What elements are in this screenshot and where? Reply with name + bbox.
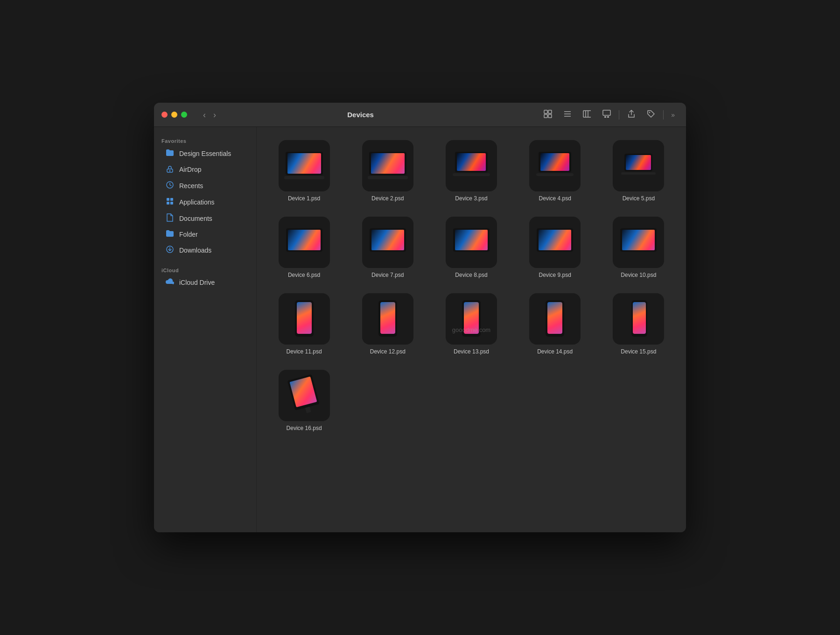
laptop-device-1-icon <box>283 150 325 182</box>
svg-rect-41 <box>285 253 324 256</box>
file-label: Device 4.psd <box>539 195 571 202</box>
file-item[interactable]: Device 6.psd <box>266 213 342 282</box>
svg-point-17 <box>169 170 171 172</box>
file-thumbnail <box>279 293 330 345</box>
file-item[interactable]: Device 8.psd <box>433 213 509 282</box>
sidebar-item-folder[interactable]: Folder <box>158 227 252 242</box>
file-area: gooodme.com <box>257 127 686 532</box>
sidebar-item-label: iCloud Drive <box>179 279 215 286</box>
file-item[interactable]: Device 11.psd <box>266 289 342 359</box>
file-label: Device 6.psd <box>288 272 320 278</box>
sidebar-item-documents[interactable]: Documents <box>158 211 252 226</box>
more-options-icon[interactable]: » <box>667 109 679 120</box>
file-item[interactable]: Device 10.psd <box>601 213 677 282</box>
folder2-icon <box>165 230 175 239</box>
file-label: Device 5.psd <box>623 195 655 202</box>
close-button[interactable] <box>161 112 168 118</box>
file-thumbnail <box>279 217 330 268</box>
folder-icon <box>165 149 175 158</box>
file-thumbnail <box>446 293 497 345</box>
svg-rect-35 <box>536 173 574 176</box>
file-thumbnail <box>446 217 497 268</box>
grid-view-icon[interactable] <box>539 107 556 122</box>
sidebar: Favorites Design Essentials A <box>154 127 257 532</box>
file-label: Device 9.psd <box>539 272 571 278</box>
laptop-device-5-icon <box>617 150 659 182</box>
svg-rect-28 <box>371 153 405 174</box>
svg-rect-1 <box>548 110 552 113</box>
svg-rect-43 <box>371 230 404 250</box>
sidebar-item-applications[interactable]: Applications <box>158 194 252 210</box>
sidebar-item-design-essentials[interactable]: Design Essentials <box>158 146 252 161</box>
svg-rect-49 <box>539 230 571 250</box>
svg-rect-40 <box>288 230 321 250</box>
share-icon[interactable] <box>623 107 640 122</box>
svg-rect-44 <box>368 253 407 256</box>
sidebar-item-airdrop[interactable]: AirDrop <box>158 162 252 177</box>
minimize-button[interactable] <box>171 112 177 118</box>
toolbar-divider-1 <box>619 110 619 120</box>
main-area: Favorites Design Essentials A <box>154 127 686 532</box>
svg-rect-21 <box>167 202 169 205</box>
icloud-icon <box>165 278 175 287</box>
toolbar-divider-2 <box>663 110 664 120</box>
svg-rect-14 <box>607 116 609 118</box>
file-thumbnail <box>446 140 497 191</box>
file-item[interactable]: Device 15.psd <box>601 289 677 359</box>
sidebar-item-downloads[interactable]: Downloads <box>158 242 252 258</box>
titlebar: ‹ › Devices <box>154 103 686 127</box>
svg-rect-3 <box>548 114 552 118</box>
file-item[interactable]: Device 9.psd <box>517 213 593 282</box>
file-item[interactable]: Device 16.psd <box>266 366 342 435</box>
svg-point-15 <box>649 112 650 113</box>
file-thumbnail <box>362 293 413 345</box>
svg-rect-50 <box>535 253 574 256</box>
airdrop-icon <box>165 164 175 175</box>
file-thumbnail <box>613 140 664 191</box>
tag-icon[interactable] <box>643 107 659 122</box>
file-thumbnail <box>529 217 581 268</box>
phone-device-15-icon <box>622 298 655 339</box>
file-item[interactable]: Device 14.psd <box>517 289 593 359</box>
svg-rect-25 <box>287 153 321 174</box>
svg-rect-19 <box>167 198 169 201</box>
laptop-device-6-icon <box>284 226 325 258</box>
sidebar-item-recents[interactable]: Recents <box>158 178 252 194</box>
file-label: Device 1.psd <box>288 195 320 202</box>
file-item[interactable]: Device 12.psd <box>350 289 426 359</box>
gallery-view-icon[interactable] <box>598 107 615 122</box>
file-item[interactable]: Device 7.psd <box>350 213 426 282</box>
laptop-device-4-icon <box>534 150 576 182</box>
svg-rect-31 <box>457 153 486 171</box>
list-view-icon[interactable] <box>559 107 576 122</box>
file-item[interactable]: Device 1.psd <box>266 136 342 205</box>
window-title: Devices <box>185 111 536 119</box>
file-item[interactable]: Device 3.psd <box>433 136 509 205</box>
svg-rect-2 <box>544 114 547 118</box>
file-thumbnail <box>279 370 330 421</box>
sidebar-item-label: AirDrop <box>179 166 201 173</box>
svg-rect-61 <box>547 302 562 334</box>
svg-rect-55 <box>297 302 312 334</box>
svg-rect-0 <box>544 110 547 113</box>
file-item[interactable]: Device 5.psd <box>601 136 677 205</box>
phone-device-13-icon <box>455 298 488 339</box>
file-item[interactable]: Device 4.psd <box>517 136 593 205</box>
column-view-icon[interactable] <box>579 107 595 122</box>
svg-rect-26 <box>284 176 324 179</box>
svg-rect-57 <box>380 302 395 334</box>
file-item[interactable]: Device 13.psd <box>433 289 509 359</box>
file-label: Device 3.psd <box>455 195 487 202</box>
file-thumbnail <box>529 293 581 345</box>
favorites-section-label: Favorites <box>154 134 256 146</box>
laptop-device-7-icon <box>367 226 408 258</box>
file-thumbnail <box>529 140 581 191</box>
sidebar-item-label: Folder <box>179 231 198 238</box>
svg-rect-59 <box>464 302 479 334</box>
svg-rect-22 <box>170 202 173 205</box>
sidebar-item-icloud-drive[interactable]: iCloud Drive <box>158 275 252 289</box>
file-item[interactable]: Device 2.psd <box>350 136 426 205</box>
file-label: Device 14.psd <box>537 348 573 355</box>
sidebar-item-label: Recents <box>179 182 203 190</box>
svg-rect-37 <box>626 155 651 170</box>
